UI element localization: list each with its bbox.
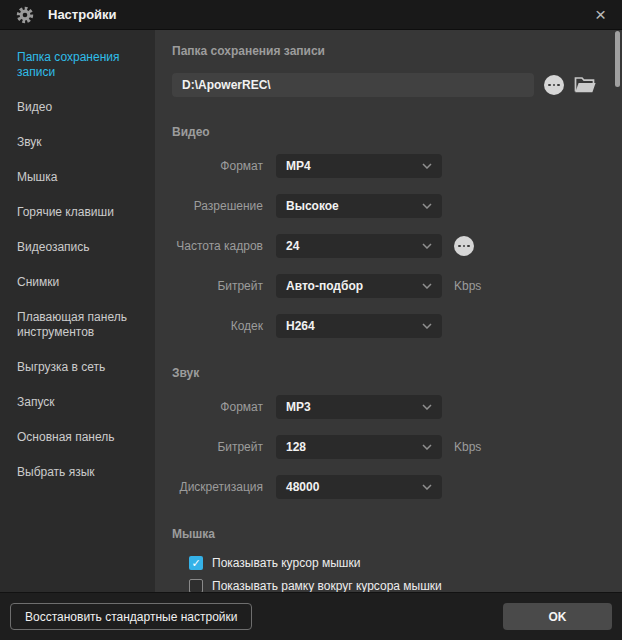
sidebar-item-upload[interactable]: Выгрузка в сеть [0,350,155,385]
show-cursor-checkbox[interactable]: ✓ [189,556,203,570]
ok-button[interactable]: OK [503,603,612,630]
sidebar-item-main-panel[interactable]: Основная панель [0,420,155,455]
video-format-row: Формат MP4 [172,154,596,178]
show-cursor-row[interactable]: ✓ Показывать курсор мышки [189,556,596,570]
audio-bitrate-dropdown[interactable]: 128 [276,435,442,459]
video-bitrate-row: Битрейт Авто-подбор Kbps [172,274,596,298]
ellipsis-dot [467,245,470,248]
show-cursor-label: Показывать курсор мышки [212,556,360,570]
video-resolution-row: Разрешение Высокое [172,194,596,218]
video-codec-row: Кодек H264 [172,314,596,338]
settings-content: Папка сохранения записи Видео [155,30,622,592]
sidebar-item-sound[interactable]: Звук [0,125,155,160]
audio-format-dropdown[interactable]: MP3 [276,395,442,419]
chevron-down-icon [422,484,432,490]
scrollbar-thumb[interactable] [615,31,620,87]
chevron-down-icon [422,323,432,329]
footer-bar: Восстановить стандартные настройки OK [0,592,622,640]
sidebar: Папка сохранения записи Видео Звук Мышка… [0,30,155,592]
check-icon: ✓ [191,558,200,569]
audio-format-row: Формат MP3 [172,395,596,419]
video-codec-label: Кодек [172,319,263,333]
audio-samplerate-row: Дискретизация 48000 [172,475,596,499]
video-framerate-row: Частота кадров 24 [172,234,596,258]
video-framerate-label: Частота кадров [172,239,263,253]
audio-format-label: Формат [172,400,263,414]
browse-ellipsis-button[interactable] [544,75,564,95]
video-heading: Видео [172,125,596,139]
audio-samplerate-dropdown[interactable]: 48000 [276,475,442,499]
titlebar: Настройки × [0,0,622,30]
save-folder-heading: Папка сохранения записи [172,44,596,58]
chevron-down-icon [422,203,432,209]
video-format-label: Формат [172,159,263,173]
window-title: Настройки [48,7,117,22]
ellipsis-dot [557,84,560,87]
sidebar-item-save-folder[interactable]: Папка сохранения записи [0,40,155,90]
video-format-dropdown[interactable]: MP4 [276,154,442,178]
show-cursor-frame-label: Показывать рамку вокруг курсора мышки [212,579,442,592]
video-resolution-dropdown[interactable]: Высокое [276,194,442,218]
sidebar-item-floating-toolbar[interactable]: Плавающая панель инструментов [0,300,155,350]
save-path-row [172,73,596,97]
video-codec-dropdown[interactable]: H264 [276,314,442,338]
open-folder-icon[interactable] [574,76,596,94]
chevron-down-icon [422,283,432,289]
mouse-heading: Мышка [172,527,596,541]
audio-bitrate-label: Битрейт [172,440,263,454]
framerate-more-button[interactable] [454,236,474,256]
audio-heading: Звук [172,366,596,380]
show-cursor-frame-row[interactable]: Показывать рамку вокруг курсора мышки [189,579,596,592]
audio-samplerate-label: Дискретизация [172,480,263,494]
ellipsis-dot [548,84,551,87]
sidebar-item-mouse[interactable]: Мышка [0,160,155,195]
scrollbar-track[interactable] [614,30,621,592]
audio-bitrate-row: Битрейт 128 Kbps [172,435,596,459]
ellipsis-dot [553,84,556,87]
chevron-down-icon [422,163,432,169]
ellipsis-dot [458,245,461,248]
chevron-down-icon [422,404,432,410]
sidebar-item-snapshots[interactable]: Снимки [0,265,155,300]
sidebar-item-recording[interactable]: Видеозапись [0,230,155,265]
restore-defaults-button[interactable]: Восстановить стандартные настройки [10,603,252,630]
audio-bitrate-unit: Kbps [454,440,481,454]
chevron-down-icon [422,243,432,249]
sidebar-item-language[interactable]: Выбрать язык [0,455,155,490]
close-icon[interactable]: × [591,5,610,24]
chevron-down-icon [422,444,432,450]
settings-window: Настройки × Папка сохранения записи Виде… [0,0,622,640]
sidebar-item-hotkeys[interactable]: Горячие клавиши [0,195,155,230]
body-area: Папка сохранения записи Видео Звук Мышка… [0,30,622,592]
video-bitrate-dropdown[interactable]: Авто-подбор [276,274,442,298]
sidebar-item-video[interactable]: Видео [0,90,155,125]
show-cursor-frame-checkbox[interactable] [189,579,203,592]
sidebar-item-startup[interactable]: Запуск [0,385,155,420]
ellipsis-dot [463,245,466,248]
video-resolution-label: Разрешение [172,199,263,213]
save-path-input[interactable] [172,73,534,97]
gear-icon [16,6,34,24]
video-bitrate-unit: Kbps [454,279,481,293]
video-framerate-dropdown[interactable]: 24 [276,234,442,258]
video-bitrate-label: Битрейт [172,279,263,293]
